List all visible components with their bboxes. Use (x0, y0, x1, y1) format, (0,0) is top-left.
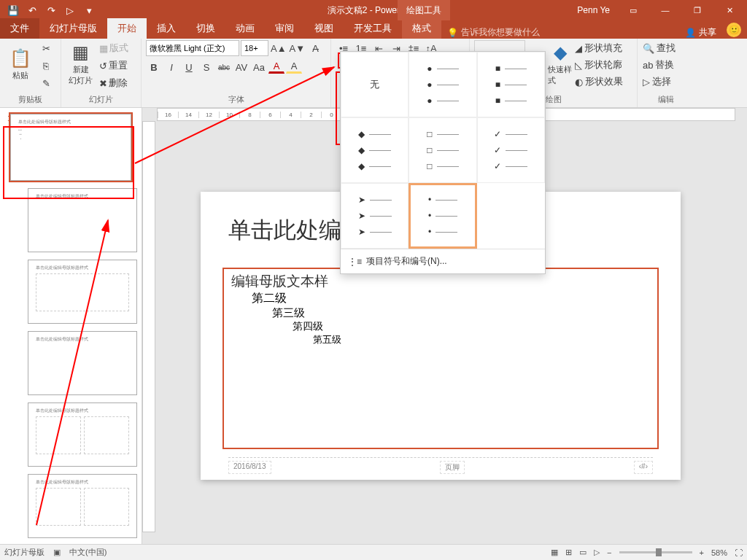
reset-button[interactable]: ↺ 重置 (97, 58, 136, 74)
layout-thumbnail[interactable]: 单击此处编辑母版标题样式 (28, 188, 137, 252)
font-color-button[interactable]: A (268, 59, 285, 74)
tab-transition[interactable]: 切换 (186, 18, 225, 39)
find-button[interactable]: 🔍 查找 (642, 40, 687, 56)
quick-styles-button[interactable]: ◆快速样式 (548, 40, 573, 88)
grow-font-button[interactable]: A▲ (270, 40, 287, 56)
smiley-feedback-icon[interactable]: 🙂 (727, 23, 741, 37)
tell-me-placeholder: 告诉我你想要做什么 (461, 26, 540, 39)
outline-level-4[interactable]: 第四级 (293, 320, 650, 333)
replace-label: 替换 (655, 58, 674, 71)
sorter-view-button[interactable]: ⊞ (565, 548, 572, 557)
zoom-level[interactable]: 58% (711, 548, 727, 557)
tell-me[interactable]: 💡 告诉我你想要做什么 (441, 26, 546, 39)
slideshow-view-button[interactable]: ▷ (594, 548, 600, 557)
strikethrough-button[interactable]: abc (216, 59, 232, 75)
highlight-button[interactable]: A (286, 59, 302, 74)
shape-fill-button[interactable]: ◢ 形状填充 (574, 40, 632, 56)
bullet-option-arrow[interactable]: ➤ ➤ ➤ (341, 183, 409, 249)
delete-button[interactable]: ✖ 删除 (97, 75, 136, 91)
format-painter-button[interactable]: ✎ (38, 75, 54, 91)
hollow-square-icon: □ (427, 145, 432, 155)
copy-button[interactable]: ⎘ (38, 58, 54, 74)
bullet-option-hollow-square[interactable]: □ □ □ (409, 117, 476, 183)
change-case-button[interactable]: Aa (251, 59, 267, 75)
layout-thumbnail[interactable]: 单击此处编辑母版标题样式 (28, 331, 137, 395)
dot-icon: • (428, 227, 431, 237)
view-mode-label: 幻灯片母版 (4, 547, 44, 558)
font-name-combo[interactable]: 微软雅黑 Light (正文) (146, 40, 239, 56)
shape-outline-button[interactable]: ◺ 形状轮廓 (574, 57, 632, 73)
save-button[interactable]: 💾 (4, 1, 22, 19)
outline-level-5[interactable]: 第五级 (313, 333, 650, 346)
bullets-and-numbering-link[interactable]: ⋮≡ 项目符号和编号(N)... (341, 249, 545, 273)
tab-file[interactable]: 文件 (0, 18, 39, 39)
zoom-out-button[interactable]: − (607, 548, 611, 557)
font-size-combo[interactable]: 18+ (241, 40, 268, 56)
redo-button[interactable]: ↷ (42, 1, 60, 19)
reading-view-button[interactable]: ▭ (579, 548, 587, 557)
qat-more-button[interactable]: ▾ (80, 1, 98, 19)
normal-view-button[interactable]: ▦ (551, 548, 558, 557)
disc-icon: ● (427, 96, 432, 106)
bold-button[interactable]: B (146, 59, 162, 75)
slide-number-placeholder[interactable]: ‹#› (634, 461, 653, 474)
tab-animation[interactable]: 动画 (225, 18, 265, 39)
bullet-option-disc[interactable]: ● ● ● (409, 52, 476, 117)
start-slideshow-button[interactable]: ▷ (61, 1, 79, 19)
tab-format[interactable]: 格式 (402, 18, 441, 39)
date-placeholder[interactable]: 2016/8/13 (228, 461, 271, 474)
share-button[interactable]: 👤 共享 (678, 26, 724, 39)
user-name[interactable]: Penn Ye (577, 5, 610, 15)
master-thumbnail[interactable]: 单击此处编辑母版标题样式 ▪▪▪ ▪▪ ▪ (10, 114, 131, 181)
fit-to-window-button[interactable]: ⛶ (735, 548, 743, 557)
minimize-button[interactable]: — (651, 0, 680, 20)
zoom-in-button[interactable]: + (700, 548, 704, 557)
cut-button[interactable]: ✂ (38, 40, 54, 56)
layout-thumbnail[interactable]: 单击此处编辑母版标题样式 (28, 474, 137, 538)
bullets-dropdown[interactable]: 无 ● ● ● ■ ■ ■ ◆ ◆ ◆ □ □ □ ✓ ✓ ✓ ➤ ➤ ➤ (340, 51, 546, 274)
slide-thumbnails-pane[interactable]: 1 单击此处编辑母版标题样式 ▪▪▪ ▪▪ ▪ 单击此处编辑母版标题样式 单击此… (0, 108, 142, 544)
select-button[interactable]: ▷ 选择 (642, 74, 687, 90)
ribbon-options-button[interactable]: ▭ (619, 0, 648, 20)
bullet-option-none[interactable]: 无 (341, 52, 409, 117)
tab-home[interactable]: 开始 (107, 18, 147, 39)
replace-button[interactable]: ab 替换 (642, 57, 687, 73)
footer-placeholder[interactable]: 页脚 (440, 461, 465, 474)
tab-review[interactable]: 审阅 (265, 18, 304, 39)
outline-level-2[interactable]: 第二级 (252, 291, 650, 306)
bullet-option-check[interactable]: ✓ ✓ ✓ (477, 117, 545, 183)
underline-button[interactable]: U (181, 59, 197, 75)
char-spacing-button[interactable]: AV (233, 59, 249, 75)
vertical-ruler (142, 121, 155, 532)
check-icon: ✓ (494, 161, 501, 171)
layout-thumbnail[interactable]: 单击此处编辑母版标题样式 (28, 402, 137, 467)
group-font: 微软雅黑 Light (正文) 18+ A▲ A▼ A̶ B I U S abc… (142, 39, 331, 107)
clipboard-icon: 📋 (9, 48, 31, 69)
bullet-option-diamond[interactable]: ◆ ◆ ◆ (341, 117, 409, 183)
bullet-option-square[interactable]: ■ ■ ■ (477, 52, 545, 117)
language-label[interactable]: 中文(中国) (69, 547, 107, 558)
close-button[interactable]: ✕ (715, 0, 744, 20)
restore-button[interactable]: ❐ (683, 0, 712, 20)
bullet-option-dot[interactable]: • • • (409, 183, 476, 249)
tab-slide-master[interactable]: 幻灯片母版 (39, 18, 107, 39)
italic-button[interactable]: I (163, 59, 179, 75)
layout-thumbnail[interactable]: 单击此处编辑母版标题样式 (28, 260, 137, 324)
outline-level-3[interactable]: 第三级 (272, 306, 650, 320)
lightbulb-icon: 💡 (447, 28, 458, 38)
tab-insert[interactable]: 插入 (147, 18, 186, 39)
zoom-slider[interactable] (619, 551, 692, 553)
accessibility-icon[interactable]: ▣ (53, 548, 61, 557)
outline-level-1[interactable]: 编辑母版文本样 (231, 272, 650, 291)
shrink-font-button[interactable]: A▼ (289, 40, 306, 56)
shape-effects-button[interactable]: ◐ 形状效果 (574, 74, 632, 90)
clear-formatting-button[interactable]: A̶ (307, 40, 323, 56)
undo-button[interactable]: ↶ (23, 1, 41, 19)
paste-button[interactable]: 📋 粘贴 (4, 40, 36, 88)
tab-view[interactable]: 视图 (304, 18, 344, 39)
square-icon: ■ (495, 63, 500, 74)
body-placeholder[interactable]: 编辑母版文本样 第二级 第三级 第四级 第五级 (222, 268, 659, 449)
new-slide-button[interactable]: ▦ 新建 幻灯片 (66, 40, 96, 88)
shadow-button[interactable]: S (198, 59, 214, 75)
tab-developer[interactable]: 开发工具 (344, 18, 402, 39)
